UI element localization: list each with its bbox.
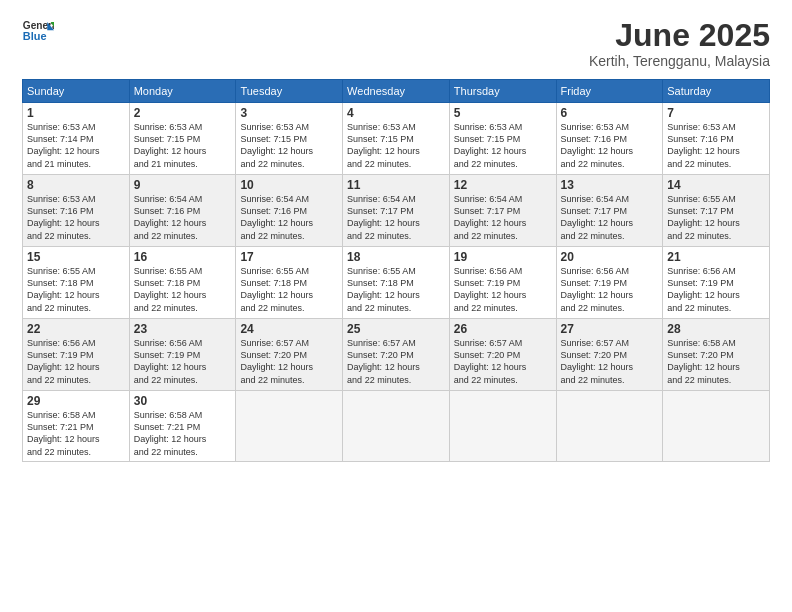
day-cell: 17Sunrise: 6:55 AMSunset: 7:18 PMDayligh… xyxy=(236,247,343,319)
day-cell: 3Sunrise: 6:53 AMSunset: 7:15 PMDaylight… xyxy=(236,103,343,175)
day-cell: 23Sunrise: 6:56 AMSunset: 7:19 PMDayligh… xyxy=(129,319,236,391)
day-number: 7 xyxy=(667,106,765,120)
day-info: Sunrise: 6:55 AMSunset: 7:18 PMDaylight:… xyxy=(27,265,125,314)
day-info: Sunrise: 6:54 AMSunset: 7:16 PMDaylight:… xyxy=(134,193,232,242)
day-cell: 8Sunrise: 6:53 AMSunset: 7:16 PMDaylight… xyxy=(23,175,130,247)
day-number: 3 xyxy=(240,106,338,120)
day-cell: 21Sunrise: 6:56 AMSunset: 7:19 PMDayligh… xyxy=(663,247,770,319)
day-info: Sunrise: 6:58 AMSunset: 7:21 PMDaylight:… xyxy=(27,409,125,458)
svg-text:Blue: Blue xyxy=(23,30,47,42)
day-info: Sunrise: 6:56 AMSunset: 7:19 PMDaylight:… xyxy=(667,265,765,314)
day-cell: 10Sunrise: 6:54 AMSunset: 7:16 PMDayligh… xyxy=(236,175,343,247)
logo-icon: General Blue xyxy=(22,18,54,46)
col-header-friday: Friday xyxy=(556,80,663,103)
day-number: 2 xyxy=(134,106,232,120)
day-cell: 2Sunrise: 6:53 AMSunset: 7:15 PMDaylight… xyxy=(129,103,236,175)
day-number: 8 xyxy=(27,178,125,192)
day-number: 17 xyxy=(240,250,338,264)
day-number: 25 xyxy=(347,322,445,336)
day-cell: 22Sunrise: 6:56 AMSunset: 7:19 PMDayligh… xyxy=(23,319,130,391)
day-number: 23 xyxy=(134,322,232,336)
day-number: 13 xyxy=(561,178,659,192)
day-number: 19 xyxy=(454,250,552,264)
day-number: 28 xyxy=(667,322,765,336)
day-info: Sunrise: 6:58 AMSunset: 7:20 PMDaylight:… xyxy=(667,337,765,386)
day-number: 1 xyxy=(27,106,125,120)
day-cell xyxy=(236,391,343,462)
col-header-thursday: Thursday xyxy=(449,80,556,103)
day-cell xyxy=(663,391,770,462)
day-number: 24 xyxy=(240,322,338,336)
day-number: 14 xyxy=(667,178,765,192)
day-info: Sunrise: 6:55 AMSunset: 7:17 PMDaylight:… xyxy=(667,193,765,242)
day-number: 15 xyxy=(27,250,125,264)
logo: General Blue xyxy=(22,18,57,46)
day-number: 30 xyxy=(134,394,232,408)
day-number: 20 xyxy=(561,250,659,264)
col-header-saturday: Saturday xyxy=(663,80,770,103)
day-cell: 1Sunrise: 6:53 AMSunset: 7:14 PMDaylight… xyxy=(23,103,130,175)
day-cell xyxy=(556,391,663,462)
col-header-monday: Monday xyxy=(129,80,236,103)
day-number: 6 xyxy=(561,106,659,120)
day-info: Sunrise: 6:56 AMSunset: 7:19 PMDaylight:… xyxy=(454,265,552,314)
day-cell: 9Sunrise: 6:54 AMSunset: 7:16 PMDaylight… xyxy=(129,175,236,247)
header-row: SundayMondayTuesdayWednesdayThursdayFrid… xyxy=(23,80,770,103)
week-row-1: 1Sunrise: 6:53 AMSunset: 7:14 PMDaylight… xyxy=(23,103,770,175)
day-info: Sunrise: 6:53 AMSunset: 7:16 PMDaylight:… xyxy=(561,121,659,170)
day-info: Sunrise: 6:54 AMSunset: 7:16 PMDaylight:… xyxy=(240,193,338,242)
day-cell: 13Sunrise: 6:54 AMSunset: 7:17 PMDayligh… xyxy=(556,175,663,247)
day-info: Sunrise: 6:56 AMSunset: 7:19 PMDaylight:… xyxy=(561,265,659,314)
day-cell: 7Sunrise: 6:53 AMSunset: 7:16 PMDaylight… xyxy=(663,103,770,175)
day-info: Sunrise: 6:53 AMSunset: 7:15 PMDaylight:… xyxy=(240,121,338,170)
day-cell: 18Sunrise: 6:55 AMSunset: 7:18 PMDayligh… xyxy=(343,247,450,319)
day-cell xyxy=(343,391,450,462)
day-number: 10 xyxy=(240,178,338,192)
day-cell: 4Sunrise: 6:53 AMSunset: 7:15 PMDaylight… xyxy=(343,103,450,175)
week-row-5: 29Sunrise: 6:58 AMSunset: 7:21 PMDayligh… xyxy=(23,391,770,462)
day-cell: 12Sunrise: 6:54 AMSunset: 7:17 PMDayligh… xyxy=(449,175,556,247)
calendar-table: SundayMondayTuesdayWednesdayThursdayFrid… xyxy=(22,79,770,462)
day-cell: 26Sunrise: 6:57 AMSunset: 7:20 PMDayligh… xyxy=(449,319,556,391)
col-header-tuesday: Tuesday xyxy=(236,80,343,103)
day-number: 26 xyxy=(454,322,552,336)
day-cell: 19Sunrise: 6:56 AMSunset: 7:19 PMDayligh… xyxy=(449,247,556,319)
day-cell: 29Sunrise: 6:58 AMSunset: 7:21 PMDayligh… xyxy=(23,391,130,462)
day-cell: 30Sunrise: 6:58 AMSunset: 7:21 PMDayligh… xyxy=(129,391,236,462)
day-info: Sunrise: 6:53 AMSunset: 7:15 PMDaylight:… xyxy=(347,121,445,170)
day-cell: 27Sunrise: 6:57 AMSunset: 7:20 PMDayligh… xyxy=(556,319,663,391)
col-header-sunday: Sunday xyxy=(23,80,130,103)
day-info: Sunrise: 6:56 AMSunset: 7:19 PMDaylight:… xyxy=(27,337,125,386)
day-cell: 6Sunrise: 6:53 AMSunset: 7:16 PMDaylight… xyxy=(556,103,663,175)
day-info: Sunrise: 6:57 AMSunset: 7:20 PMDaylight:… xyxy=(454,337,552,386)
day-number: 27 xyxy=(561,322,659,336)
day-info: Sunrise: 6:53 AMSunset: 7:14 PMDaylight:… xyxy=(27,121,125,170)
header: General Blue June 2025 Kertih, Terenggan… xyxy=(22,18,770,69)
day-info: Sunrise: 6:54 AMSunset: 7:17 PMDaylight:… xyxy=(561,193,659,242)
month-year: June 2025 xyxy=(589,18,770,53)
day-info: Sunrise: 6:55 AMSunset: 7:18 PMDaylight:… xyxy=(347,265,445,314)
day-info: Sunrise: 6:54 AMSunset: 7:17 PMDaylight:… xyxy=(347,193,445,242)
day-info: Sunrise: 6:55 AMSunset: 7:18 PMDaylight:… xyxy=(134,265,232,314)
day-info: Sunrise: 6:57 AMSunset: 7:20 PMDaylight:… xyxy=(561,337,659,386)
day-number: 29 xyxy=(27,394,125,408)
day-number: 12 xyxy=(454,178,552,192)
title-area: June 2025 Kertih, Terengganu, Malaysia xyxy=(589,18,770,69)
week-row-3: 15Sunrise: 6:55 AMSunset: 7:18 PMDayligh… xyxy=(23,247,770,319)
col-header-wednesday: Wednesday xyxy=(343,80,450,103)
day-info: Sunrise: 6:57 AMSunset: 7:20 PMDaylight:… xyxy=(240,337,338,386)
week-row-2: 8Sunrise: 6:53 AMSunset: 7:16 PMDaylight… xyxy=(23,175,770,247)
day-number: 16 xyxy=(134,250,232,264)
day-number: 9 xyxy=(134,178,232,192)
day-cell: 28Sunrise: 6:58 AMSunset: 7:20 PMDayligh… xyxy=(663,319,770,391)
day-info: Sunrise: 6:53 AMSunset: 7:16 PMDaylight:… xyxy=(667,121,765,170)
day-info: Sunrise: 6:54 AMSunset: 7:17 PMDaylight:… xyxy=(454,193,552,242)
day-number: 22 xyxy=(27,322,125,336)
day-info: Sunrise: 6:58 AMSunset: 7:21 PMDaylight:… xyxy=(134,409,232,458)
day-cell: 20Sunrise: 6:56 AMSunset: 7:19 PMDayligh… xyxy=(556,247,663,319)
day-cell: 25Sunrise: 6:57 AMSunset: 7:20 PMDayligh… xyxy=(343,319,450,391)
week-row-4: 22Sunrise: 6:56 AMSunset: 7:19 PMDayligh… xyxy=(23,319,770,391)
day-info: Sunrise: 6:55 AMSunset: 7:18 PMDaylight:… xyxy=(240,265,338,314)
day-number: 18 xyxy=(347,250,445,264)
day-info: Sunrise: 6:53 AMSunset: 7:15 PMDaylight:… xyxy=(134,121,232,170)
